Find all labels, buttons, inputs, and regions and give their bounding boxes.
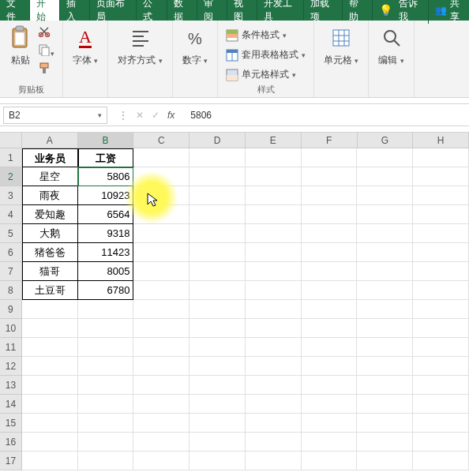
cell[interactable] bbox=[22, 319, 78, 338]
row-header-12[interactable]: 12 bbox=[0, 357, 22, 376]
cell[interactable] bbox=[413, 262, 469, 281]
cell[interactable] bbox=[413, 300, 469, 319]
cell[interactable] bbox=[357, 319, 413, 338]
cell[interactable]: 业务员 bbox=[22, 148, 78, 167]
cell[interactable] bbox=[413, 414, 469, 433]
font-button[interactable]: A 字体 ▾ bbox=[71, 24, 99, 69]
row-header-1[interactable]: 1 bbox=[0, 148, 22, 167]
cell[interactable] bbox=[133, 148, 189, 167]
cell[interactable] bbox=[246, 186, 302, 205]
cell[interactable] bbox=[78, 376, 134, 395]
cell[interactable] bbox=[189, 433, 246, 452]
cell[interactable] bbox=[357, 338, 413, 357]
col-header-H[interactable]: H bbox=[413, 133, 469, 148]
cell[interactable] bbox=[22, 414, 78, 433]
row-header-8[interactable]: 8 bbox=[0, 281, 22, 300]
cell[interactable] bbox=[133, 319, 189, 338]
cell[interactable] bbox=[413, 243, 469, 262]
cell[interactable] bbox=[357, 281, 413, 300]
cell[interactable] bbox=[133, 452, 189, 470]
cell[interactable] bbox=[133, 414, 189, 433]
cell[interactable] bbox=[22, 433, 78, 452]
tab-file[interactable]: 文件 bbox=[0, 0, 30, 21]
cell[interactable] bbox=[22, 452, 78, 470]
cell[interactable] bbox=[133, 262, 189, 281]
cell[interactable] bbox=[413, 319, 469, 338]
cell[interactable] bbox=[133, 224, 189, 243]
cell[interactable] bbox=[246, 224, 302, 243]
cell[interactable] bbox=[246, 452, 302, 470]
fx-icon[interactable]: fx bbox=[167, 110, 174, 121]
cell[interactable] bbox=[246, 148, 302, 167]
cell[interactable] bbox=[302, 205, 358, 224]
conditional-format-button[interactable]: 条件格式▾ bbox=[226, 28, 306, 42]
cell[interactable] bbox=[357, 167, 413, 186]
cell[interactable] bbox=[302, 167, 358, 186]
col-header-C[interactable]: C bbox=[133, 133, 189, 148]
cell[interactable] bbox=[189, 376, 246, 395]
cell[interactable] bbox=[133, 376, 189, 395]
cell[interactable] bbox=[357, 414, 413, 433]
cell[interactable] bbox=[189, 319, 246, 338]
row-header-7[interactable]: 7 bbox=[0, 262, 22, 281]
cell[interactable] bbox=[133, 300, 189, 319]
cell-style-button[interactable]: 单元格样式▾ bbox=[226, 68, 306, 81]
cell[interactable] bbox=[78, 414, 134, 433]
cell[interactable] bbox=[189, 395, 246, 414]
row-header-17[interactable]: 17 bbox=[0, 452, 22, 470]
cell[interactable]: 10923 bbox=[78, 186, 134, 205]
cell[interactable] bbox=[357, 395, 413, 414]
editing-button[interactable]: 编辑 ▾ bbox=[377, 24, 405, 69]
row-header-4[interactable]: 4 bbox=[0, 205, 22, 224]
cell[interactable] bbox=[246, 281, 302, 300]
cell[interactable]: 星空 bbox=[22, 167, 78, 186]
format-painter-button[interactable] bbox=[38, 62, 54, 77]
select-all-corner[interactable] bbox=[0, 133, 22, 148]
cell[interactable] bbox=[133, 433, 189, 452]
cell[interactable] bbox=[246, 205, 302, 224]
cell[interactable] bbox=[78, 395, 134, 414]
cell[interactable] bbox=[133, 243, 189, 262]
cell[interactable] bbox=[189, 205, 246, 224]
tab-page-layout[interactable]: 页面布局 bbox=[90, 0, 137, 21]
row-header-16[interactable]: 16 bbox=[0, 433, 22, 452]
cell[interactable]: 土豆哥 bbox=[22, 281, 78, 300]
share-button[interactable]: 👥 共享 bbox=[428, 0, 463, 24]
cell[interactable] bbox=[246, 262, 302, 281]
cell[interactable] bbox=[22, 357, 78, 376]
cell[interactable]: 雨夜 bbox=[22, 186, 78, 205]
formula-input[interactable] bbox=[182, 107, 469, 124]
cell[interactable] bbox=[133, 357, 189, 376]
cell[interactable] bbox=[189, 300, 246, 319]
cell[interactable] bbox=[302, 395, 358, 414]
cell[interactable] bbox=[413, 452, 469, 470]
row-header-13[interactable]: 13 bbox=[0, 376, 22, 395]
cell[interactable] bbox=[246, 376, 302, 395]
cell[interactable] bbox=[189, 452, 246, 470]
cell[interactable] bbox=[302, 433, 358, 452]
cell[interactable] bbox=[413, 186, 469, 205]
cut-button[interactable] bbox=[38, 25, 54, 40]
copy-button[interactable]: ▾ bbox=[38, 43, 54, 58]
tab-developer[interactable]: 开发工具 bbox=[257, 0, 304, 21]
cell[interactable] bbox=[189, 357, 246, 376]
number-button[interactable]: % 数字 ▾ bbox=[181, 24, 209, 69]
col-header-F[interactable]: F bbox=[302, 133, 358, 148]
cell[interactable]: 爱知趣 bbox=[22, 205, 78, 224]
cell[interactable] bbox=[357, 224, 413, 243]
tab-help[interactable]: 帮助 bbox=[343, 0, 373, 21]
cell[interactable] bbox=[413, 376, 469, 395]
cell[interactable] bbox=[246, 243, 302, 262]
name-box[interactable]: B2 ▾ bbox=[3, 107, 107, 124]
cell[interactable] bbox=[22, 395, 78, 414]
tab-home[interactable]: 开始 bbox=[30, 0, 60, 21]
tab-addin[interactable]: 加载项 bbox=[304, 0, 343, 21]
cell[interactable] bbox=[302, 262, 358, 281]
cell[interactable]: 6564 bbox=[78, 205, 134, 224]
cell[interactable] bbox=[413, 433, 469, 452]
col-header-G[interactable]: G bbox=[358, 133, 414, 148]
cell[interactable] bbox=[189, 414, 246, 433]
cell[interactable] bbox=[302, 414, 358, 433]
cell[interactable] bbox=[133, 205, 189, 224]
cell[interactable] bbox=[357, 262, 413, 281]
